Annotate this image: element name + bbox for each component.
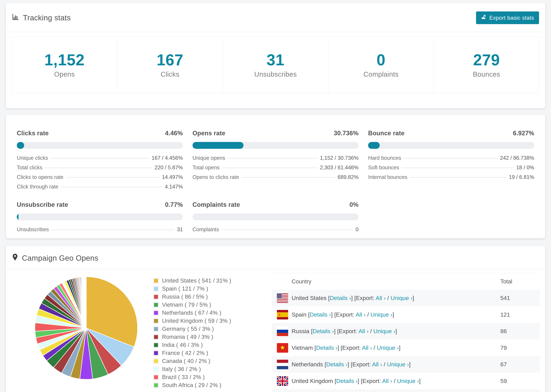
dotted-leader: [222, 230, 353, 230]
summary-value: 279: [434, 52, 539, 68]
country-cell-text: Vietnam [Details ›] [Export: All › / Uni…: [292, 344, 400, 351]
rate-title-row: Unsubscribe rate0.77%: [17, 201, 183, 208]
export-all-link[interactable]: All ›: [382, 378, 392, 384]
dotted-leader: [242, 177, 335, 178]
legend-item-fr[interactable]: France ( 42 / 2% ): [153, 350, 256, 356]
export-label: Export:: [352, 361, 372, 368]
rate-row-label: Hard bounces: [368, 155, 401, 161]
legend-swatch: [153, 375, 159, 380]
legend-item-vn[interactable]: Vietnam ( 79 / 5% ): [153, 301, 256, 308]
details-link[interactable]: Details ›: [313, 328, 334, 334]
export-all-link[interactable]: All ›: [362, 344, 372, 351]
rates-grid: Clicks rate4.46%Unique clicks167 / 4.456…: [11, 130, 540, 236]
legend-item-es[interactable]: Spain ( 121 / 7% ): [153, 286, 256, 292]
rate-percent: 4.46%: [165, 130, 183, 137]
legend-item-ru[interactable]: Russia ( 86 / 5% ): [153, 294, 256, 300]
rate-row-value: 19 / 6.81%: [509, 174, 534, 180]
details-link[interactable]: Details ›: [310, 311, 331, 318]
summary-value: 167: [117, 52, 223, 68]
summary-value: 31: [223, 52, 328, 68]
legend-item-nl[interactable]: Netherlands ( 67 / 4% ): [153, 309, 256, 316]
summary-label: Complaints: [328, 70, 434, 78]
export-unique-link[interactable]: Unique ›: [370, 311, 393, 318]
country-cell: Vietnam [Details ›] [Export: All › / Uni…: [272, 339, 500, 356]
legend-label: Italy ( 36 / 2% ): [162, 366, 201, 372]
legend-swatch: [153, 310, 159, 315]
tracking-stats-header: Tracking stats Export basic stats: [6, 3, 545, 32]
rate-row-value: 4.147%: [165, 184, 183, 190]
rate-title: Unsubscribe rate: [17, 201, 68, 208]
export-label: Export:: [339, 328, 359, 334]
rate-title-row: Complaints rate0%: [192, 201, 359, 208]
country-cell: Spain [Details ›] [Export: All › / Uniqu…: [272, 306, 500, 323]
rate-rows: Unsubscribes31: [17, 226, 183, 236]
details-link[interactable]: Details ›: [336, 378, 358, 384]
pie-slice-53[interactable]: [86, 277, 86, 328]
bracket: ] [: [334, 328, 339, 334]
slash: /: [386, 295, 390, 301]
export-unique-link[interactable]: Unique ›: [390, 295, 413, 301]
geo-pie-chart[interactable]: [11, 273, 153, 392]
bracket: ] [: [351, 295, 356, 301]
legend-item-ca[interactable]: Canada ( 40 / 2% ): [153, 358, 256, 364]
geo-table-row-nl: Netherlands [Details ›] [Export: All › /…: [272, 356, 540, 373]
export-unique-link[interactable]: Unique ›: [387, 361, 409, 368]
legend-swatch: [153, 326, 159, 332]
legend-item-br[interactable]: Brazil ( 33 / 2% ): [153, 374, 256, 380]
rate-row: Hard bounces242 / 86.738%: [368, 155, 534, 165]
page: Tracking stats Export basic stats 1,152O…: [0, 0, 551, 392]
rate-row: Total opens2,303 / 61.446%: [192, 165, 359, 174]
rate-title-row: Bounce rate6.927%: [368, 130, 534, 137]
rate-title: Clicks rate: [17, 130, 49, 137]
bracket: [: [311, 328, 312, 334]
legend-item-in[interactable]: India ( 46 / 3% ): [153, 342, 256, 348]
legend-item-us[interactable]: United States ( 541 / 31% ): [153, 277, 256, 284]
dotted-leader: [51, 158, 149, 159]
flag-icon-gb: [277, 376, 288, 386]
details-link[interactable]: Details ›: [316, 344, 338, 351]
export-all-link[interactable]: All ›: [372, 361, 382, 368]
rate-title: Complaints rate: [192, 201, 240, 208]
rate-progress-bar: [368, 142, 534, 149]
export-all-link[interactable]: All ›: [356, 311, 366, 318]
legend-label: Romania ( 49 / 3% ): [162, 334, 213, 340]
details-link[interactable]: Details ›: [330, 295, 351, 301]
legend-label: France ( 42 / 2% ): [162, 350, 208, 356]
rate-progress-fill: [368, 142, 380, 149]
rate-row-label: Soft bounces: [368, 165, 399, 171]
export-label: Export:: [356, 295, 376, 301]
export-unique-link[interactable]: Unique ›: [397, 378, 419, 384]
summary-stat-bounces: 279Bounces: [434, 37, 539, 93]
geo-title: Campaign Geo Opens: [12, 253, 99, 263]
rate-row: Unsubscribes31: [17, 226, 183, 236]
flag-icon-ru: [277, 327, 288, 336]
slash: /: [369, 328, 373, 334]
slash: /: [372, 344, 377, 351]
export-basic-stats-button[interactable]: Export basic stats: [476, 11, 539, 24]
legend-item-gb[interactable]: United Kingdom ( 59 / 3% ): [153, 318, 256, 324]
legend-item-ro[interactable]: Romania ( 49 / 3% ): [153, 334, 256, 340]
legend-label: Spain ( 121 / 7% ): [162, 286, 208, 292]
rate-block-bounce-rate: Bounce rate6.927%Hard bounces242 / 86.73…: [368, 130, 534, 193]
rate-percent: 0%: [349, 201, 359, 208]
rate-percent: 6.927%: [513, 130, 534, 137]
legend-item-de[interactable]: Germany ( 55 / 3% ): [153, 326, 256, 332]
summary-stat-unsubscribes: 31Unsubscribes: [223, 37, 328, 93]
bracket: ]: [399, 344, 400, 351]
rate-row-label: Unique clicks: [17, 155, 48, 161]
export-unique-link[interactable]: Unique ›: [377, 344, 399, 351]
country-cell-text: United Kingdom [Details ›] [Export: All …: [292, 378, 421, 384]
total-cell: 121: [500, 306, 540, 323]
campaign-geo-opens-card: Campaign Geo Opens United States ( 541 /…: [6, 246, 545, 392]
export-all-link[interactable]: All ›: [376, 295, 386, 301]
map-pin-icon: [12, 253, 18, 263]
export-unique-link[interactable]: Unique ›: [373, 328, 396, 334]
legend-item-za[interactable]: South Africa ( 29 / 2% ): [153, 382, 256, 388]
slash: /: [382, 361, 387, 368]
rate-row-label: Unique opens: [192, 155, 225, 161]
rate-progress-bar: [17, 142, 183, 149]
legend-item-it[interactable]: Italy ( 36 / 2% ): [153, 366, 256, 372]
export-all-link[interactable]: All ›: [359, 328, 369, 334]
details-link[interactable]: Details ›: [326, 361, 347, 368]
geo-table-row-ru: Russia [Details ›] [Export: All › / Uniq…: [272, 323, 540, 339]
